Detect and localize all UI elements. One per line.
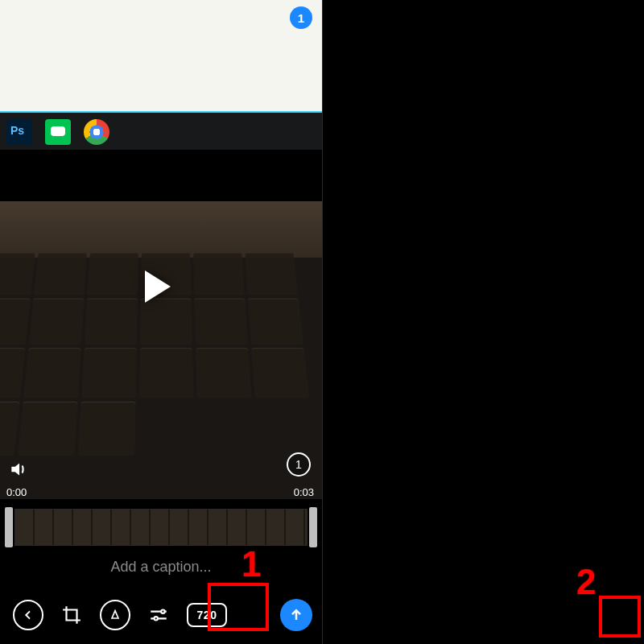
- resolution-button[interactable]: 720: [187, 603, 227, 627]
- taskbar-photoshop-icon: [6, 119, 32, 145]
- volume-icon[interactable]: [8, 459, 29, 480]
- annotation-number-1: 1: [242, 544, 261, 584]
- video-background-laptop-edge: [0, 150, 322, 206]
- timeline-start-time: 0:00: [6, 486, 27, 498]
- annotation-number-2: 2: [576, 562, 596, 602]
- selection-count-badge[interactable]: 1: [290, 6, 312, 29]
- svg-point-1: [155, 617, 158, 620]
- annotation-highlight-2: [599, 596, 641, 638]
- trim-handle-right[interactable]: [309, 507, 317, 547]
- annotate-button[interactable]: [100, 600, 130, 630]
- video-background-taskbar: [0, 111, 322, 150]
- editor-toolbar: 720: [0, 591, 322, 639]
- taskbar-messages-icon: [45, 119, 71, 145]
- media-count-badge[interactable]: 1: [287, 452, 311, 477]
- panel-divider: [322, 0, 323, 644]
- timeline-end-time: 0:03: [294, 486, 314, 498]
- caption-input[interactable]: Add a caption...: [0, 559, 322, 584]
- video-background-desktop: [0, 0, 322, 111]
- play-button[interactable]: [145, 270, 171, 303]
- video-preview[interactable]: 1 1: [0, 0, 322, 499]
- adjustments-button[interactable]: [143, 600, 174, 630]
- svg-point-0: [161, 610, 164, 613]
- back-button[interactable]: [13, 600, 43, 630]
- taskbar-chrome-icon: [84, 119, 109, 145]
- video-editor-screen: 1 1 0:00 0:03 Add a caption...: [0, 0, 322, 644]
- timeline-frames[interactable]: [14, 509, 308, 546]
- trim-handle-left[interactable]: [5, 507, 13, 547]
- send-button[interactable]: [280, 599, 312, 631]
- crop-button[interactable]: [56, 600, 87, 630]
- video-timeline[interactable]: [0, 506, 322, 549]
